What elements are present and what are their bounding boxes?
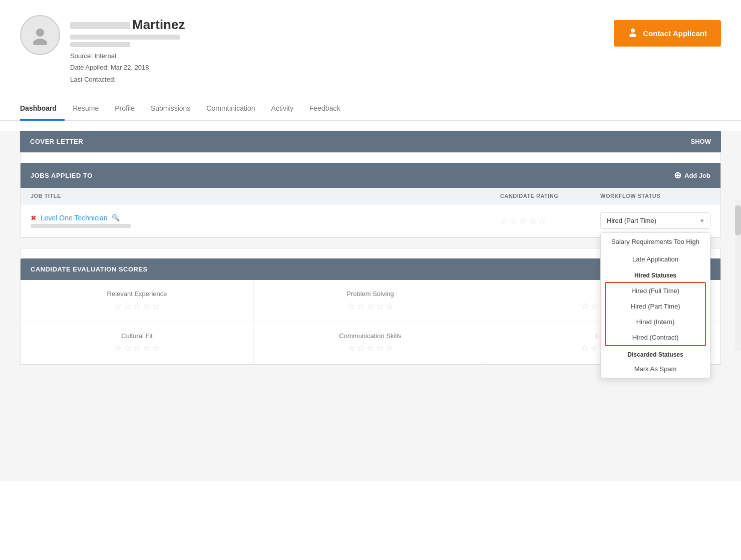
col-job-title: JOB TITLE: [31, 193, 500, 199]
eval-label-3: Cultural Fit: [33, 332, 241, 340]
tab-communication[interactable]: Communication: [198, 97, 263, 121]
applicant-name: Martinez: [70, 17, 185, 33]
jobs-section: JOBS APPLIED TO ⊕ Add Job JOB TITLE CAND…: [20, 152, 721, 238]
svg-point-3: [629, 34, 636, 37]
tab-profile[interactable]: Profile: [107, 97, 143, 121]
applicant-meta: Source: Internal Date Applied: Mar 22, 2…: [70, 50, 185, 85]
date-applied-text: Date Applied: Mar 22, 2018: [70, 62, 185, 73]
dropdown-arrow-icon: ▾: [700, 217, 704, 224]
contact-applicant-button[interactable]: Contact Applicant: [614, 20, 721, 47]
eval-star-1-4[interactable]: ☆: [376, 301, 384, 312]
avatar: [20, 15, 60, 55]
eval-star-3-2[interactable]: ☆: [124, 343, 132, 354]
eval-star-1-3[interactable]: ☆: [366, 301, 375, 312]
cover-letter-header: COVER LETTER SHOW: [20, 131, 721, 152]
eval-star-4-1[interactable]: ☆: [347, 343, 355, 354]
eval-stars-1[interactable]: ☆ ☆ ☆ ☆ ☆: [266, 301, 475, 312]
eval-communication-skills: Communication Skills ☆ ☆ ☆ ☆ ☆: [254, 322, 487, 364]
tab-feedback[interactable]: Feedback: [301, 97, 348, 121]
candidate-rating-stars[interactable]: ☆ ☆ ☆ ☆ ☆: [500, 215, 600, 226]
star-2[interactable]: ☆: [510, 215, 518, 226]
workflow-dropdown[interactable]: Hired (Part Time) ▾ Salary Requirements …: [600, 212, 710, 229]
eval-star-4-4[interactable]: ☆: [376, 343, 384, 354]
hired-statuses-label: Hired Statuses: [601, 268, 710, 281]
eval-stars-0[interactable]: ☆ ☆ ☆ ☆ ☆: [33, 301, 241, 312]
cover-letter-title: COVER LETTER: [30, 138, 83, 145]
eval-label-0: Relevant Experience: [33, 290, 241, 298]
redacted-phone: [70, 42, 130, 47]
eval-label-4: Communication Skills: [266, 332, 475, 340]
dropdown-item-part-time[interactable]: Hired (Part Time): [606, 299, 705, 314]
job-subtitle-bar: [31, 224, 131, 228]
scrollbar-thumb[interactable]: [735, 205, 741, 235]
eval-problem-solving: Problem Solving ☆ ☆ ☆ ☆ ☆: [254, 280, 487, 322]
dropdown-item-contract[interactable]: Hired (Contract): [606, 330, 705, 345]
eval-cultural-fit: Cultural Fit ☆ ☆ ☆ ☆ ☆: [21, 322, 254, 364]
jobs-header: JOBS APPLIED TO ⊕ Add Job: [21, 163, 720, 188]
add-job-label: Add Job: [684, 172, 710, 179]
hired-group: Hired (Full Time) Hired (Part Time) Hire…: [605, 282, 706, 346]
svg-point-0: [36, 29, 44, 37]
col-candidate-rating: CANDIDATE RATING: [500, 193, 600, 199]
col-workflow-status: WORKFLOW STATUS: [600, 193, 710, 199]
star-5[interactable]: ☆: [538, 215, 546, 226]
person-icon: [30, 25, 50, 45]
eval-stars-4[interactable]: ☆ ☆ ☆ ☆ ☆: [266, 343, 475, 354]
eval-star-5-1[interactable]: ☆: [581, 343, 589, 354]
table-row: ✖ Level One Technician 🔍 ☆ ☆ ☆ ☆ ☆: [21, 204, 720, 237]
eval-star-2-1[interactable]: ☆: [581, 301, 589, 312]
eval-star-0-3[interactable]: ☆: [133, 301, 141, 312]
eval-star-4-2[interactable]: ☆: [357, 343, 365, 354]
tab-resume[interactable]: Resume: [65, 97, 107, 121]
eval-star-1-1[interactable]: ☆: [347, 301, 355, 312]
eval-star-1-5[interactable]: ☆: [386, 301, 394, 312]
eval-star-0-5[interactable]: ☆: [152, 301, 160, 312]
tab-activity[interactable]: Activity: [263, 97, 301, 121]
scrollbar[interactable]: [735, 200, 741, 351]
eval-star-4-3[interactable]: ☆: [366, 343, 375, 354]
last-contacted-text: Last Contacted:: [70, 74, 185, 85]
eval-star-0-4[interactable]: ☆: [143, 301, 151, 312]
dropdown-item-salary[interactable]: Salary Requirements Too High: [601, 233, 710, 250]
search-job-icon[interactable]: 🔍: [112, 214, 120, 221]
eval-star-3-1[interactable]: ☆: [114, 343, 122, 354]
eval-star-4-5[interactable]: ☆: [386, 343, 394, 354]
star-3[interactable]: ☆: [519, 215, 527, 226]
dropdown-item-spam[interactable]: Mark As Spam: [601, 360, 710, 378]
eval-star-2-2[interactable]: ☆: [590, 301, 598, 312]
eval-star-3-4[interactable]: ☆: [143, 343, 151, 354]
evaluation-title: CANDIDATE EVALUATION SCORES: [31, 265, 148, 273]
discarded-statuses-label: Discarded Statuses: [601, 347, 710, 360]
eval-star-3-5[interactable]: ☆: [152, 343, 160, 354]
dropdown-item-full-time[interactable]: Hired (Full Time): [606, 283, 705, 299]
job-title-link[interactable]: Level One Technician: [41, 214, 108, 222]
dropdown-item-late[interactable]: Late Application: [601, 250, 710, 268]
eval-star-1-2[interactable]: ☆: [357, 301, 365, 312]
jobs-title: JOBS APPLIED TO: [31, 172, 93, 179]
contact-btn-label: Contact Applicant: [643, 29, 707, 38]
star-4[interactable]: ☆: [529, 215, 537, 226]
svg-point-1: [33, 39, 47, 45]
tabs-bar: Dashboard Resume Profile Submissions Com…: [0, 97, 741, 121]
jobs-table-header: JOB TITLE CANDIDATE RATING WORKFLOW STAT…: [21, 188, 720, 204]
tab-submissions[interactable]: Submissions: [143, 97, 198, 121]
eval-star-0-1[interactable]: ☆: [114, 301, 122, 312]
eval-star-5-2[interactable]: ☆: [590, 343, 598, 354]
add-job-button[interactable]: ⊕ Add Job: [674, 170, 710, 181]
svg-point-2: [631, 29, 635, 33]
eval-relevant-experience: Relevant Experience ☆ ☆ ☆ ☆ ☆: [21, 280, 254, 322]
eval-star-3-3[interactable]: ☆: [133, 343, 141, 354]
tab-dashboard[interactable]: Dashboard: [20, 97, 65, 121]
dropdown-item-intern[interactable]: Hired (Intern): [606, 314, 705, 330]
eval-star-0-2[interactable]: ☆: [124, 301, 132, 312]
cover-letter-show-btn[interactable]: SHOW: [691, 138, 711, 145]
eval-label-1: Problem Solving: [266, 290, 475, 298]
source-text: Source: Internal: [70, 50, 185, 62]
eval-stars-3[interactable]: ☆ ☆ ☆ ☆ ☆: [33, 343, 241, 354]
contact-icon: [628, 27, 638, 40]
remove-job-icon[interactable]: ✖: [31, 214, 37, 222]
job-title-cell: ✖ Level One Technician 🔍: [31, 214, 500, 228]
star-1[interactable]: ☆: [500, 215, 508, 226]
redacted-email: [70, 35, 180, 40]
workflow-selected[interactable]: Hired (Part Time) ▾: [600, 212, 710, 229]
